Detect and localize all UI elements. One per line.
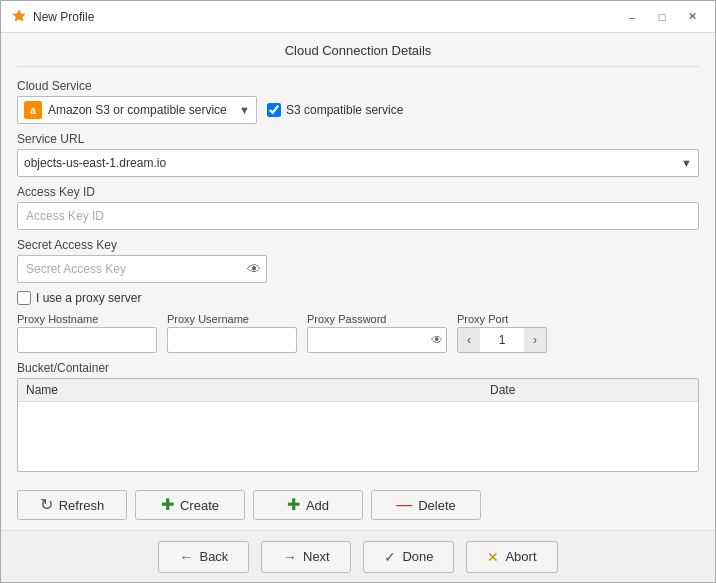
proxy-password-wrapper: 👁 — [307, 327, 447, 353]
access-key-input[interactable] — [17, 202, 699, 230]
s3-compatible-text: S3 compatible service — [286, 103, 403, 117]
create-button[interactable]: ✚ Create — [135, 490, 245, 520]
port-increment-button[interactable]: › — [524, 328, 546, 352]
cloud-service-label: Cloud Service — [17, 79, 699, 93]
port-decrement-button[interactable]: ‹ — [458, 328, 480, 352]
delete-button[interactable]: — Delete — [371, 490, 481, 520]
s3-compatible-checkbox-label[interactable]: S3 compatible service — [267, 103, 403, 117]
back-label: Back — [199, 549, 228, 564]
proxy-password-toggle-icon[interactable]: 👁 — [431, 333, 443, 347]
add-button[interactable]: ✚ Add — [253, 490, 363, 520]
proxy-password-field: Proxy Password 👁 — [307, 313, 447, 353]
refresh-icon: ↻ — [40, 497, 53, 513]
cloud-service-dropdown[interactable]: a Amazon S3 or compatible service ▼ — [17, 96, 257, 124]
proxy-checkbox[interactable] — [17, 291, 31, 305]
bucket-col-name: Name — [26, 383, 490, 397]
proxy-checkbox-label[interactable]: I use a proxy server — [17, 291, 141, 305]
proxy-hostname-label: Proxy Hostname — [17, 313, 157, 325]
svg-marker-0 — [13, 10, 25, 21]
proxy-hostname-field: Proxy Hostname — [17, 313, 157, 353]
s3-compatible-checkbox[interactable] — [267, 103, 281, 117]
refresh-button[interactable]: ↻ Refresh — [17, 490, 127, 520]
bucket-col-date: Date — [490, 383, 650, 397]
secret-key-input[interactable] — [17, 255, 267, 283]
bucket-label: Bucket/Container — [17, 361, 699, 375]
proxy-username-input[interactable] — [167, 327, 297, 353]
bucket-table-header: Name Date — [18, 379, 698, 402]
window-controls: – □ ✕ — [619, 7, 705, 27]
app-icon — [11, 9, 27, 25]
nav-bar: ← Back → Next ✓ Done ✕ Abort — [1, 530, 715, 582]
minimize-button[interactable]: – — [619, 7, 645, 27]
secret-key-group: Secret Access Key 👁 — [17, 238, 699, 283]
port-value: 1 — [480, 333, 524, 347]
action-bar: ↻ Refresh ✚ Create ✚ Add — Delete — [17, 482, 699, 520]
proxy-fields-row: Proxy Hostname Proxy Username Proxy Pass… — [17, 313, 699, 353]
back-button[interactable]: ← Back — [158, 541, 249, 573]
service-url-chevron-icon: ▼ — [681, 157, 692, 169]
main-window: New Profile – □ ✕ Cloud Connection Detai… — [0, 0, 716, 583]
create-label: Create — [180, 498, 219, 513]
secret-key-wrapper: 👁 — [17, 255, 267, 283]
proxy-port-stepper: ‹ 1 › — [457, 327, 547, 353]
maximize-button[interactable]: □ — [649, 7, 675, 27]
access-key-group: Access Key ID — [17, 185, 699, 230]
add-label: Add — [306, 498, 329, 513]
section-title: Cloud Connection Details — [17, 43, 699, 67]
content-area: Cloud Connection Details Cloud Service a… — [1, 33, 715, 530]
password-toggle-icon[interactable]: 👁 — [247, 261, 261, 277]
delete-label: Delete — [418, 498, 456, 513]
add-icon: ✚ — [287, 497, 300, 513]
done-button[interactable]: ✓ Done — [363, 541, 454, 573]
abort-label: Abort — [505, 549, 536, 564]
service-url-label: Service URL — [17, 132, 699, 146]
create-icon: ✚ — [161, 497, 174, 513]
next-icon: → — [283, 549, 297, 565]
window-title: New Profile — [33, 10, 619, 24]
proxy-hostname-input[interactable] — [17, 327, 157, 353]
cloud-service-row: a Amazon S3 or compatible service ▼ S3 c… — [17, 96, 699, 124]
cloud-service-group: Cloud Service a Amazon S3 or compatible … — [17, 79, 699, 124]
service-url-group: Service URL objects-us-east-1.dream.io ▼ — [17, 132, 699, 177]
proxy-username-label: Proxy Username — [167, 313, 297, 325]
bucket-table: Name Date — [17, 378, 699, 472]
close-button[interactable]: ✕ — [679, 7, 705, 27]
refresh-label: Refresh — [59, 498, 105, 513]
bucket-col-extra — [650, 383, 690, 397]
proxy-port-field: Proxy Port ‹ 1 › — [457, 313, 547, 353]
done-icon: ✓ — [384, 549, 396, 565]
proxy-checkbox-row: I use a proxy server — [17, 291, 699, 305]
title-bar: New Profile – □ ✕ — [1, 1, 715, 33]
service-url-dropdown[interactable]: objects-us-east-1.dream.io ▼ — [17, 149, 699, 177]
delete-icon: — — [396, 497, 412, 513]
done-label: Done — [402, 549, 433, 564]
abort-button[interactable]: ✕ Abort — [466, 541, 557, 573]
proxy-password-input[interactable] — [307, 327, 447, 353]
proxy-username-field: Proxy Username — [167, 313, 297, 353]
amazon-icon: a — [24, 101, 42, 119]
cloud-service-value: Amazon S3 or compatible service — [48, 103, 233, 117]
abort-icon: ✕ — [487, 549, 499, 565]
cloud-service-chevron-icon: ▼ — [239, 104, 250, 116]
proxy-checkbox-text: I use a proxy server — [36, 291, 141, 305]
next-button[interactable]: → Next — [261, 541, 351, 573]
access-key-label: Access Key ID — [17, 185, 699, 199]
bucket-section: Bucket/Container Name Date — [17, 361, 699, 472]
service-url-value: objects-us-east-1.dream.io — [24, 156, 681, 170]
secret-key-label: Secret Access Key — [17, 238, 699, 252]
bucket-table-body[interactable] — [18, 402, 698, 452]
back-icon: ← — [179, 549, 193, 565]
proxy-port-label: Proxy Port — [457, 313, 547, 325]
next-label: Next — [303, 549, 330, 564]
proxy-password-label: Proxy Password — [307, 313, 447, 325]
